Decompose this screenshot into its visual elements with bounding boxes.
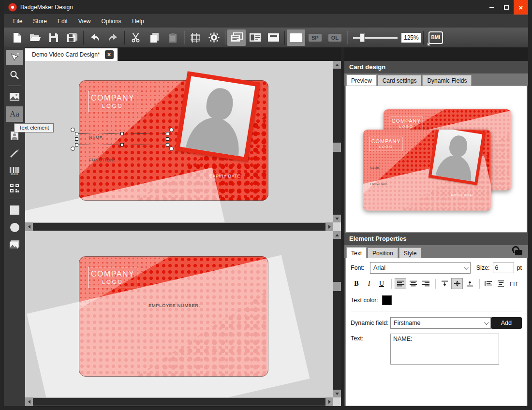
- zoom-tool[interactable]: [6, 67, 23, 83]
- italic-button[interactable]: I: [363, 278, 375, 289]
- redo-button[interactable]: [104, 29, 122, 46]
- sp-button[interactable]: SP: [309, 34, 322, 42]
- scroll-left-button[interactable]: [25, 397, 33, 406]
- underline-button[interactable]: U: [376, 278, 387, 289]
- rotate-handle-sw[interactable]: [71, 146, 75, 151]
- scroll-right-button[interactable]: [325, 397, 333, 406]
- save-button[interactable]: [44, 29, 63, 46]
- text-tool[interactable]: Aa: [6, 106, 23, 122]
- handle-s[interactable]: [120, 143, 124, 146]
- handle-w[interactable]: [75, 137, 78, 141]
- line-tool[interactable]: [6, 146, 23, 161]
- scroll-thumb[interactable]: [33, 398, 325, 406]
- tab-style[interactable]: Style: [399, 248, 422, 258]
- rotate-handle-se[interactable]: [169, 146, 174, 151]
- image-tool[interactable]: [6, 89, 23, 104]
- zoom-slider-handle[interactable]: [360, 33, 365, 42]
- company-logo-block[interactable]: COMPANY LOGO: [88, 267, 137, 288]
- expiry-field-text[interactable]: EXPIRY DATE:: [209, 174, 242, 178]
- dynamic-field-select[interactable]: Firstname: [390, 317, 491, 329]
- selection-box[interactable]: [76, 133, 168, 145]
- handle-n[interactable]: [120, 132, 124, 135]
- scroll-right-button[interactable]: [325, 222, 333, 231]
- rectangle-tool[interactable]: [6, 202, 23, 218]
- valign-top-button[interactable]: [439, 278, 450, 289]
- photo-placeholder[interactable]: [175, 71, 260, 162]
- function-field-text[interactable]: FUNCTION:: [89, 158, 115, 162]
- font-select[interactable]: Arial: [370, 262, 471, 274]
- paste-button[interactable]: [163, 29, 182, 46]
- scroll-down-button[interactable]: [333, 215, 341, 222]
- rotate-handle-nw[interactable]: [71, 128, 75, 132]
- align-center-button[interactable]: [407, 278, 419, 289]
- tab-text[interactable]: Text: [346, 247, 367, 258]
- employee-number-text[interactable]: EMPLOYEE NUMBER:: [148, 303, 200, 308]
- handle-e[interactable]: [166, 137, 169, 141]
- fit-height-button[interactable]: [495, 278, 507, 289]
- zoom-slider[interactable]: [353, 33, 398, 43]
- barcode-tool[interactable]: 10101: [6, 163, 23, 178]
- handle-nw[interactable]: [75, 132, 78, 135]
- fit-width-button[interactable]: [483, 278, 494, 289]
- handle-se[interactable]: [166, 143, 169, 146]
- menu-view[interactable]: View: [73, 15, 96, 28]
- view-split-button[interactable]: [227, 29, 246, 46]
- ellipse-tool[interactable]: [6, 220, 23, 235]
- save-all-button[interactable]: [63, 29, 81, 46]
- card-view-button[interactable]: [287, 29, 305, 46]
- undo-button[interactable]: [86, 29, 104, 46]
- tab-preview[interactable]: Preview: [346, 74, 377, 86]
- handle-sw[interactable]: [75, 143, 78, 146]
- align-left-button[interactable]: [395, 278, 406, 289]
- scroll-up-button[interactable]: [333, 231, 341, 239]
- cut-button[interactable]: [127, 29, 145, 46]
- ol-button[interactable]: OL: [328, 34, 341, 42]
- valign-middle-button[interactable]: [451, 278, 463, 289]
- menu-edit[interactable]: Edit: [52, 15, 73, 28]
- new-document-button[interactable]: [8, 29, 26, 46]
- view-sidebar-button[interactable]: [246, 29, 264, 46]
- open-button[interactable]: [26, 29, 44, 46]
- rotate-handle-ne[interactable]: [169, 128, 174, 132]
- bmi-button[interactable]: BMi: [429, 31, 443, 44]
- front-vertical-scrollbar[interactable]: [333, 61, 341, 222]
- handle-ne[interactable]: [166, 132, 169, 135]
- scroll-up-button[interactable]: [333, 61, 341, 69]
- view-bottombar-button[interactable]: [264, 29, 282, 46]
- company-logo-block[interactable]: COMPANY LOGO: [88, 91, 137, 112]
- back-vertical-scrollbar[interactable]: [333, 231, 341, 397]
- scroll-thumb[interactable]: [333, 143, 341, 152]
- copy-button[interactable]: [145, 29, 163, 46]
- scroll-thumb[interactable]: [33, 223, 325, 231]
- menu-file[interactable]: File: [8, 15, 28, 28]
- select-tool[interactable]: [6, 50, 23, 65]
- tab-card-settings[interactable]: Card settings: [378, 75, 422, 86]
- image-stack-tool[interactable]: [6, 237, 23, 252]
- document-tab-close-button[interactable]: ×: [105, 50, 114, 59]
- tab-dynamic-fields[interactable]: Dynamic Fields: [422, 75, 472, 86]
- menu-help[interactable]: Help: [127, 15, 149, 28]
- minimize-button[interactable]: [485, 0, 499, 15]
- fit-button[interactable]: FIT: [510, 281, 518, 287]
- unlock-icon[interactable]: [515, 250, 522, 255]
- menu-store[interactable]: Store: [28, 15, 52, 28]
- scroll-left-button[interactable]: [25, 222, 33, 231]
- menu-options[interactable]: Options: [96, 15, 127, 28]
- scroll-down-button[interactable]: [333, 390, 341, 397]
- size-input[interactable]: [493, 263, 514, 273]
- document-tab[interactable]: Demo Video Card Design* ×: [25, 48, 118, 61]
- align-right-button[interactable]: [420, 278, 431, 289]
- text-content-input[interactable]: NAME:: [390, 334, 499, 365]
- canvas-back[interactable]: COMPANY LOGO EMPLOYEE NUMBER:: [25, 231, 341, 397]
- back-horizontal-scrollbar[interactable]: [25, 397, 341, 406]
- grid-button[interactable]: [186, 29, 205, 46]
- front-horizontal-scrollbar[interactable]: [25, 222, 341, 231]
- canvas-front[interactable]: COMPANY LOGO NAME: FUNCTION: EXPIRY DATE…: [25, 61, 341, 222]
- bold-button[interactable]: B: [351, 278, 362, 289]
- qrcode-tool[interactable]: [6, 180, 23, 196]
- panel-splitter[interactable]: [341, 47, 344, 406]
- text-color-swatch[interactable]: [382, 295, 392, 305]
- zoom-level[interactable]: 125%: [401, 33, 421, 43]
- tab-position[interactable]: Position: [368, 248, 398, 258]
- settings-button[interactable]: [205, 29, 223, 46]
